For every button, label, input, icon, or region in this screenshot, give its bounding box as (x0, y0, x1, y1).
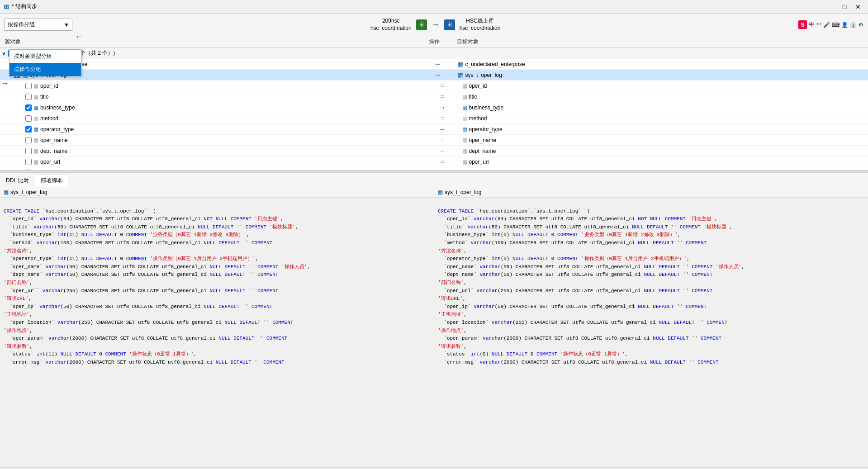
tray-icon-1: 中 (809, 21, 814, 28)
col-row[interactable]: ▦ oper_name = ▦ oper_name (0, 135, 868, 146)
app-icon: ⊞ (4, 3, 9, 10)
tree-header-row: ∨ ✓ 要修改的对象 (已选择 2 个（共 2 个）) (0, 48, 868, 59)
col-icon: ▦ (33, 83, 38, 89)
left-header-title: sys_t_oper_log (10, 189, 47, 195)
group-by-dropdown[interactable]: 按操作分组 ▼ (5, 19, 72, 31)
main-content: ∨ ✓ 要修改的对象 (已选择 2 个（共 2 个）) › ▦ c_undecl… (0, 48, 868, 467)
dropdown-item-type[interactable]: 按对象类型分组 (9, 50, 81, 63)
col-name: title (40, 94, 49, 100)
equals-icon: = (440, 137, 444, 144)
title-text: * 结构同步 (12, 3, 37, 10)
col-checkbox[interactable] (25, 126, 32, 133)
col-row[interactable]: ▦ oper_ip = ▦ oper_ip (0, 167, 868, 170)
col-row-target: ▦ oper_name (460, 137, 868, 143)
tab-ddl[interactable]: DDL 比对 (0, 175, 35, 187)
col-icon: ▦ (33, 159, 38, 165)
right-ddl-panel: ▦ sys_t_oper_log CREATE TABLE `hsc_coord… (434, 187, 868, 467)
left-ddl-content[interactable]: CREATE TABLE `hsc_coordination`.`sys_t_o… (0, 198, 434, 467)
col-name: oper_name (40, 137, 68, 143)
col-header-source: 源对象 (0, 38, 416, 46)
col-row[interactable]: ▦ dept_name = ▦ dept_name (0, 146, 868, 156)
target-col-name: oper_ip (469, 170, 487, 171)
title-bar-controls: ─ □ ✕ (825, 0, 864, 13)
col-row-op: = (424, 93, 460, 100)
left-header-table-icon: ▦ (4, 189, 9, 195)
op-arrow-icon: → (434, 60, 441, 68)
group-by-label: 按操作分组 (8, 21, 35, 28)
tab-deploy[interactable]: 部署脚本 (35, 175, 68, 187)
col-checkbox[interactable] (25, 137, 32, 143)
tray-icon-3: 🎤 (823, 22, 830, 28)
equals-icon: = (440, 82, 444, 90)
col-row-target: ▦ title (460, 94, 868, 100)
close-button[interactable]: ✕ (852, 0, 864, 13)
col-checkbox[interactable] (25, 170, 32, 171)
col-row-source: ▦ title (0, 94, 424, 100)
col-icon: ▦ (33, 170, 38, 171)
target-table-icon: ▦ (458, 71, 464, 79)
col-row[interactable]: ▦ oper_url = ▦ oper_url (0, 156, 868, 167)
target-col-name: oper_id (469, 83, 487, 89)
col-checkbox[interactable] (25, 115, 32, 122)
target-table-name: c_undeclared_enterprise (465, 61, 525, 67)
col-row-source: ▦ oper_ip (0, 170, 424, 171)
col-row-target: ▦ oper_url (460, 159, 868, 165)
equals-icon: = (440, 93, 444, 100)
col-row-op: = (424, 147, 460, 155)
col-icon: ▦ (33, 148, 38, 154)
target-col-name: dept_name (469, 148, 496, 154)
col-name: oper_url (40, 159, 60, 165)
target-db-icon: 🗄 (444, 19, 455, 30)
col-row[interactable]: ▦ oper_id = ▦ oper_id (0, 81, 868, 91)
collapse-icon[interactable]: ∨ (2, 50, 6, 57)
col-row-target: ▦ dept_name (460, 148, 868, 154)
toolbar-center: 209hsc hsc_coordination 🗄 → 🗄 HSC线上库 hsc… (370, 18, 500, 32)
target-col-icon: ▦ (462, 94, 467, 100)
col-row-target: ▦ method (460, 115, 868, 122)
tree-section: ∨ ✓ 要修改的对象 (已选择 2 个（共 2 个）) › ▦ c_undecl… (0, 48, 868, 170)
col-checkbox[interactable] (25, 159, 32, 165)
col-row[interactable]: ▦ operator_type → ▦ operator_type (0, 124, 868, 135)
col-row-source: ▦ oper_name (0, 137, 424, 143)
col-row-source: ▦ dept_name (0, 148, 424, 154)
op-arrow-icon: → (439, 104, 446, 112)
col-row[interactable]: ▦ title = ▦ title (0, 91, 868, 102)
left-ddl-panel: ▦ sys_t_oper_log CREATE TABLE `hsc_coord… (0, 187, 434, 467)
target-table-name: sys_t_oper_log (465, 72, 502, 78)
table-row-selected[interactable]: ∨ ▦ sys_t_oper_log → ▦ sys_t_oper_log (0, 70, 868, 81)
col-checkbox[interactable] (25, 104, 32, 111)
source-db-name: 209hsc (370, 18, 412, 25)
tray-icon-5: 👤 (841, 22, 848, 28)
target-db-schema: hsc_coordination (460, 25, 501, 32)
col-row-target: ▦ operator_type (460, 126, 868, 133)
right-ddl-content[interactable]: CREATE TABLE `hsc_coordination`.`sys_t_o… (434, 198, 868, 467)
dropdown-item-op[interactable]: 按操作分组 (9, 63, 81, 76)
minimize-button[interactable]: ─ (825, 0, 837, 13)
system-tray: S 中 ⁺⁺ 🎤 ⌨ 👤 👔 ⚙ (798, 20, 863, 29)
maximize-button[interactable]: □ (838, 0, 851, 13)
bottom-bar: 保存设置文件 ▼ 上一步 重新比对 部署 (0, 467, 868, 469)
col-name: business_type (40, 104, 75, 111)
col-checkbox[interactable] (25, 94, 32, 100)
col-row-op: = (424, 158, 460, 166)
col-row-source: ▦ oper_id (0, 83, 424, 89)
col-name: oper_id (40, 83, 58, 89)
target-col-name: operator_type (469, 126, 503, 133)
col-checkbox[interactable] (25, 83, 32, 89)
left-ddl-header: ▦ sys_t_oper_log (0, 187, 434, 198)
col-checkbox[interactable] (25, 148, 32, 154)
source-db-schema: hsc_coordination (370, 25, 412, 32)
col-row-op: = (424, 137, 460, 144)
col-row[interactable]: ▦ business_type → ▦ business_type (0, 102, 868, 113)
target-db-info: HSC线上库 hsc_coordination (460, 18, 501, 32)
equals-icon: = (440, 169, 444, 171)
col-row[interactable]: ▦ method = ▦ method (0, 113, 868, 124)
col-row-target: ▦ oper_ip (460, 170, 868, 171)
col-row-source: ▦ oper_url (0, 159, 424, 165)
target-col-icon: ▦ (462, 115, 467, 122)
right-header-title: sys_t_oper_log (445, 189, 481, 195)
bottom-section: DDL 比对 部署脚本 ▦ sys_t_oper_log CREATE TABL… (0, 173, 868, 467)
table-row[interactable]: › ▦ c_undeclared_enterprise → ▦ c_undecl… (0, 59, 868, 70)
tree-row-target: ▦ sys_t_oper_log (456, 71, 868, 79)
tray-icon-7: ⚙ (859, 22, 863, 28)
